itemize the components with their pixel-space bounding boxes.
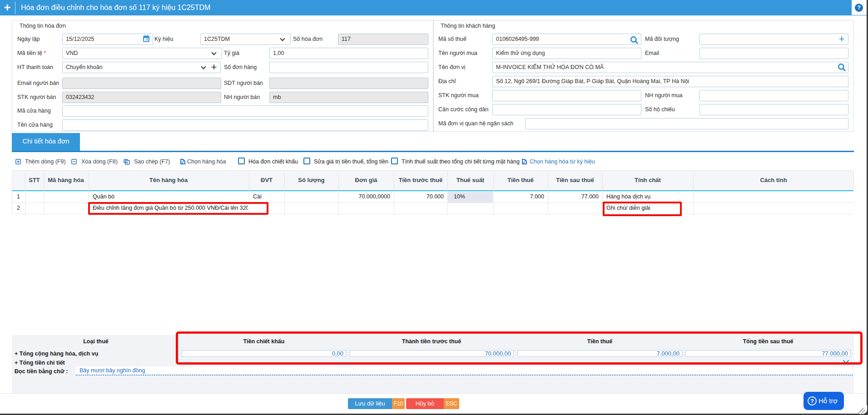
svg-text:?: ? — [810, 398, 814, 405]
